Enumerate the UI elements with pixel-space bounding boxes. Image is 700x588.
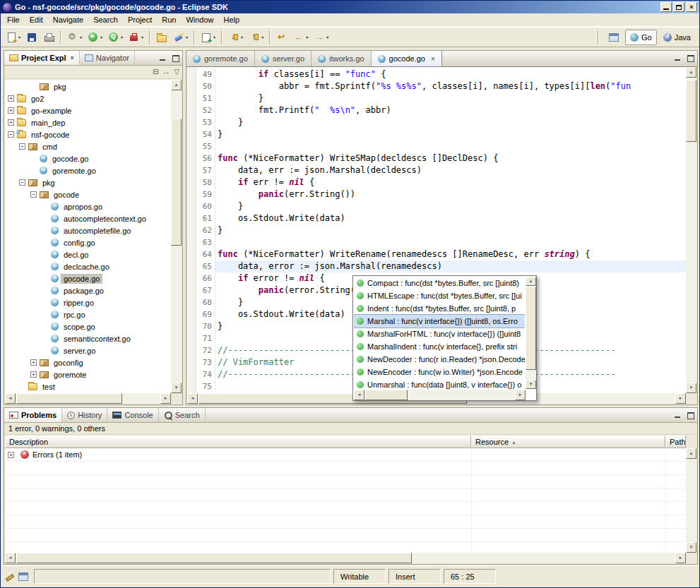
autocomplete-item[interactable]: Compact : func(dst *bytes.Buffer, src []… <box>354 277 525 289</box>
editor-mode-icon[interactable] <box>4 572 14 582</box>
tree-item-apropos-go[interactable]: apropos.go <box>5 200 171 212</box>
line-number-gutter[interactable]: 4950515253545556575859606162636465666768… <box>196 67 215 393</box>
column-header-path[interactable]: Path <box>665 436 686 448</box>
build-button[interactable]: ▾ <box>64 29 85 46</box>
close-icon[interactable]: × <box>431 55 435 63</box>
scroll-left-button[interactable]: ◄ <box>354 390 364 400</box>
tree-item-test[interactable]: test <box>5 380 171 392</box>
scroll-up-button[interactable]: ▲ <box>686 448 696 459</box>
expander-plus-icon[interactable]: + <box>30 371 37 378</box>
maximize-view-button[interactable] <box>170 53 181 63</box>
tree-item-semanticcontext-go[interactable]: semanticcontext.go <box>5 332 171 344</box>
scroll-right-button[interactable]: ► <box>515 390 526 400</box>
menu-help[interactable]: Help <box>219 14 245 25</box>
view-tab-history[interactable]: History <box>62 408 107 422</box>
code-line[interactable] <box>218 236 686 248</box>
autocomplete-item[interactable]: MarshalForHTML : func(v interface{}) ([]… <box>354 328 525 340</box>
autocomplete-item[interactable]: MarshalIndent : func(v interface{}, pref… <box>354 340 525 353</box>
go-perspective-button[interactable]: Go <box>625 30 657 45</box>
scroll-down-button[interactable]: ▼ <box>171 383 182 393</box>
expander-plus-icon[interactable]: + <box>8 107 14 114</box>
title-bar[interactable]: Go - nsf-gocode/src/pkg/gocode/gocode.go… <box>1 1 699 13</box>
scroll-down-button[interactable]: ▼ <box>686 383 696 393</box>
tree-item-autocompletecontext-go[interactable]: autocompletecontext.go <box>5 212 171 224</box>
view-tab-navigator[interactable]: Navigator <box>80 51 135 65</box>
scrollbar-thumb[interactable] <box>526 287 536 370</box>
search-button[interactable]: ▾ <box>170 29 191 46</box>
code-line[interactable]: } <box>218 224 686 236</box>
code-line[interactable] <box>218 140 686 152</box>
autocomplete-item[interactable]: NewEncoder : func(w io.Writer) *json.Enc… <box>354 366 525 378</box>
scroll-up-button[interactable]: ▲ <box>171 80 182 90</box>
tree-item-main-dep[interactable]: +main_dep <box>5 116 171 128</box>
tree-item-nsf-gocode[interactable]: −nsf-gocode <box>5 128 171 140</box>
run-last-launched-button[interactable]: ▾ <box>105 29 126 46</box>
maximize-editor-button[interactable] <box>685 53 696 63</box>
tree-item-gocode[interactable]: −gocode <box>5 188 171 200</box>
scroll-right-button[interactable]: ► <box>160 393 171 404</box>
autocomplete-item[interactable]: Indent : func(dst *bytes.Buffer, src []u… <box>354 302 525 315</box>
save-button[interactable] <box>23 29 40 46</box>
collapse-all-icon[interactable]: ⊟ <box>153 68 158 76</box>
expander-minus-icon[interactable]: − <box>30 191 37 198</box>
code-line[interactable]: panic(err.String()) <box>218 188 686 200</box>
expander-plus-icon[interactable]: + <box>30 359 37 366</box>
scrollbar-thumb[interactable] <box>171 119 182 246</box>
autocomplete-item[interactable]: Marshal : func(v interface{}) ([]uint8, … <box>354 315 525 328</box>
view-tab-console[interactable]: Console <box>107 408 158 422</box>
problems-vertical-scrollbar[interactable]: ▲ ▼ <box>686 448 696 553</box>
menu-edit[interactable]: Edit <box>25 14 48 25</box>
minimize-view-button[interactable] <box>672 410 683 420</box>
code-line[interactable]: fmt.Printf(" %s\n", abbr) <box>218 104 686 116</box>
tree-item-ripper-go[interactable]: ripper.go <box>5 296 171 308</box>
editor-tab-gocode-go[interactable]: gocode.go× <box>372 51 442 66</box>
editor-tab-server-go[interactable]: server.go <box>255 51 312 66</box>
close-icon[interactable]: × <box>71 54 74 61</box>
popup-horizontal-scrollbar[interactable]: ◄ ► <box>354 390 526 400</box>
tree-item-scope-go[interactable]: scope.go <box>5 320 171 332</box>
problems-row[interactable]: +Errors (1 item) <box>5 448 686 462</box>
tree-item-gocode-go[interactable]: gocode.go <box>5 272 171 284</box>
tree-item-autocompletefile-go[interactable]: autocompletefile.go <box>5 224 171 236</box>
editor-tab-goremote-go[interactable]: goremote.go <box>186 51 255 66</box>
scroll-down-button[interactable]: ▼ <box>686 542 696 553</box>
autocomplete-item[interactable]: NewDecoder : func(r io.Reader) *json.Dec… <box>354 353 525 366</box>
scroll-right-button[interactable]: ► <box>675 553 686 563</box>
menu-run[interactable]: Run <box>157 14 181 25</box>
tree-item-cmd[interactable]: −cmd <box>5 140 171 152</box>
menu-search[interactable]: Search <box>88 14 123 25</box>
annotation-ruler[interactable] <box>187 67 196 393</box>
tree-item-goremote-go[interactable]: goremote.go <box>5 164 171 176</box>
column-header-description[interactable]: Description <box>5 436 471 448</box>
code-line[interactable]: func (*NiceFormatter) WriteRename(rename… <box>218 248 686 260</box>
scroll-left-button[interactable]: ◄ <box>5 553 16 563</box>
problems-horizontal-scrollbar[interactable]: ◄ ► <box>5 553 686 563</box>
tree-item-go-example[interactable]: +go-example <box>5 104 171 116</box>
expander-plus-icon[interactable]: + <box>8 95 14 102</box>
expander-minus-icon[interactable]: − <box>19 143 25 150</box>
expander-minus-icon[interactable]: − <box>19 179 25 186</box>
scrollbar-thumb[interactable] <box>365 390 408 400</box>
maximize-button[interactable] <box>673 2 684 12</box>
autocomplete-item[interactable]: HTMLEscape : func(dst *bytes.Buffer, src… <box>354 289 525 302</box>
popup-vertical-scrollbar[interactable]: ▲ ▼ <box>526 277 536 389</box>
tree-item-server-go[interactable]: server.go <box>5 344 171 356</box>
fast-view-icon[interactable] <box>18 572 28 581</box>
tree-item-declcache-go[interactable]: declcache.go <box>5 260 171 272</box>
tree-item-go2[interactable]: +go2 <box>5 92 171 104</box>
scrollbar-thumb[interactable] <box>16 393 122 404</box>
menu-window[interactable]: Window <box>181 14 218 25</box>
autocomplete-item[interactable]: Unmarshal : func(data []uint8, v interfa… <box>354 378 525 389</box>
scroll-up-button[interactable]: ▲ <box>686 67 696 78</box>
tree-item-pkg[interactable]: −pkg <box>5 176 171 188</box>
expander-plus-icon[interactable]: + <box>8 119 14 126</box>
tree-item-pkg[interactable]: pkg <box>5 80 171 92</box>
back-button[interactable]: ▾ <box>290 29 311 46</box>
scrollbar-thumb[interactable] <box>686 80 696 142</box>
minimize-button[interactable] <box>660 2 672 12</box>
previous-annotation-button[interactable]: ▾ <box>246 29 266 46</box>
menu-file[interactable]: File <box>2 14 25 25</box>
external-tools-button[interactable]: ▾ <box>126 29 146 46</box>
minimize-editor-button[interactable] <box>672 53 683 63</box>
new-button[interactable]: ▾ <box>3 29 23 46</box>
